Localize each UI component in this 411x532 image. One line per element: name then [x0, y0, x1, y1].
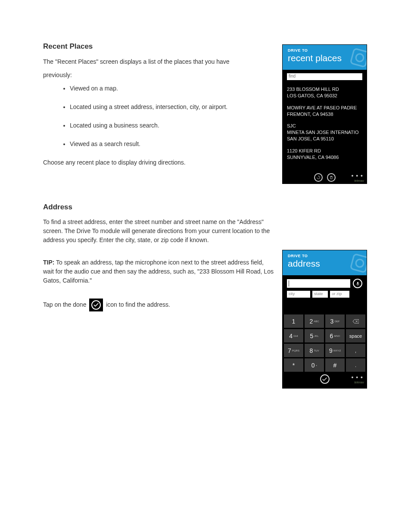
- svg-point-3: [356, 259, 364, 267]
- trash-icon: [329, 175, 333, 180]
- backspace-icon: [353, 319, 359, 324]
- address-p1: To find a street address, enter the stre…: [43, 218, 276, 245]
- brand-label: telenav: [354, 381, 364, 384]
- city-input[interactable]: city: [287, 291, 310, 298]
- document-body: Recent Places The "Recent Places" screen…: [43, 41, 276, 316]
- tip-text: To speak an address, tap the microphone …: [43, 259, 274, 284]
- voice-input-button[interactable]: [353, 279, 362, 288]
- phone-header: DRIVE TO address: [283, 250, 367, 275]
- zip-input[interactable]: or zip: [330, 291, 349, 298]
- phone-screenshot-recent: DRIVE TO recent places find 233 BLOSSOM …: [282, 44, 367, 184]
- text-cursor: [289, 280, 289, 286]
- checkmark-icon: [89, 299, 103, 311]
- find-input[interactable]: find: [287, 73, 362, 80]
- key-4[interactable]: 4GHI: [284, 329, 303, 342]
- list-item[interactable]: 1120 KIFER RD SUNNYVALE, CA 94086: [287, 145, 362, 164]
- key-1[interactable]: 1: [284, 314, 303, 328]
- state-input[interactable]: state: [312, 291, 328, 298]
- key-5[interactable]: 5JKL: [305, 329, 324, 342]
- list-item[interactable]: MOWRY AVE AT PASEO PADRE FREMONT, CA 945…: [287, 102, 362, 121]
- svg-rect-2: [350, 254, 367, 272]
- key-9[interactable]: 9WXYZ: [325, 344, 345, 357]
- tip-label: TIP:: [43, 259, 54, 266]
- svg-rect-4: [357, 282, 358, 284]
- key-3[interactable]: 3DEF: [325, 314, 345, 328]
- compass-icon: [350, 48, 367, 67]
- key-8[interactable]: 8TUV: [305, 344, 324, 357]
- microphone-icon: [355, 281, 360, 286]
- heading-address: Address: [43, 202, 276, 213]
- bullet-4: Viewed as a search result.: [70, 140, 276, 149]
- key-hash[interactable]: #: [325, 358, 345, 372]
- key-2[interactable]: 2ABC: [305, 314, 324, 328]
- recent-places-list: 233 BLOSSOM HILL RD LOS GATOS, CA 95032 …: [283, 82, 367, 164]
- find-placeholder: find: [289, 74, 296, 78]
- key-comma[interactable]: ,: [346, 344, 365, 357]
- compass-icon: [350, 254, 367, 273]
- recent-outro: Choose any recent place to display drivi…: [43, 158, 276, 167]
- phone-screenshot-address: DRIVE TO address city state or zip 1: [282, 250, 367, 389]
- key-backspace[interactable]: [346, 314, 365, 328]
- phone-appbar: • • • telenav: [283, 171, 367, 184]
- heading-recent-places: Recent Places: [43, 41, 276, 52]
- refresh-button[interactable]: [314, 173, 323, 182]
- key-star[interactable]: *: [284, 358, 303, 372]
- phone-header: DRIVE TO recent places: [283, 45, 367, 70]
- key-7[interactable]: 7PQRS: [284, 344, 303, 357]
- list-item[interactable]: 233 BLOSSOM HILL RD LOS GATOS, CA 95032: [287, 84, 362, 102]
- key-6[interactable]: 6MNO: [325, 329, 345, 342]
- recent-intro-1: The "Recent Places" screen displays a li…: [43, 57, 276, 66]
- street-address-input[interactable]: [287, 279, 350, 288]
- done-post: icon to find the address.: [106, 301, 170, 308]
- recent-bullets: Viewed on a map. Located using a street …: [70, 84, 276, 149]
- address-tip: TIP: To speak an address, tap the microp…: [43, 258, 276, 285]
- address-inputs: city state or zip: [283, 275, 367, 300]
- phone-appbar: • • • telenav: [283, 373, 367, 385]
- brand-label: telenav: [354, 179, 364, 182]
- key-space[interactable]: space: [346, 329, 365, 342]
- recent-intro-2: previously:: [43, 71, 276, 80]
- svg-point-1: [356, 54, 364, 62]
- refresh-icon: [316, 175, 321, 180]
- done-button[interactable]: [320, 374, 330, 384]
- checkmark-icon: [322, 376, 327, 382]
- svg-rect-0: [350, 48, 367, 67]
- done-icon-inline: [88, 299, 104, 311]
- delete-button[interactable]: [327, 173, 336, 182]
- key-period[interactable]: .: [346, 358, 365, 372]
- number-keypad: 1 2ABC 3DEF 4GHI 5JKL 6MNO space 7PQRS 8…: [283, 313, 367, 373]
- address-done: Tap on the done icon to find the address…: [43, 299, 276, 311]
- bullet-3: Located using a business search.: [70, 121, 276, 130]
- key-0[interactable]: 0+: [305, 358, 324, 372]
- list-item[interactable]: SJC MINETA SAN JOSE INTERNATIO SAN JOSE,…: [287, 120, 362, 145]
- bullet-1: Viewed on a map.: [70, 84, 276, 93]
- bullet-2: Located using a street address, intersec…: [70, 103, 276, 112]
- done-pre: Tap on the done: [43, 301, 88, 308]
